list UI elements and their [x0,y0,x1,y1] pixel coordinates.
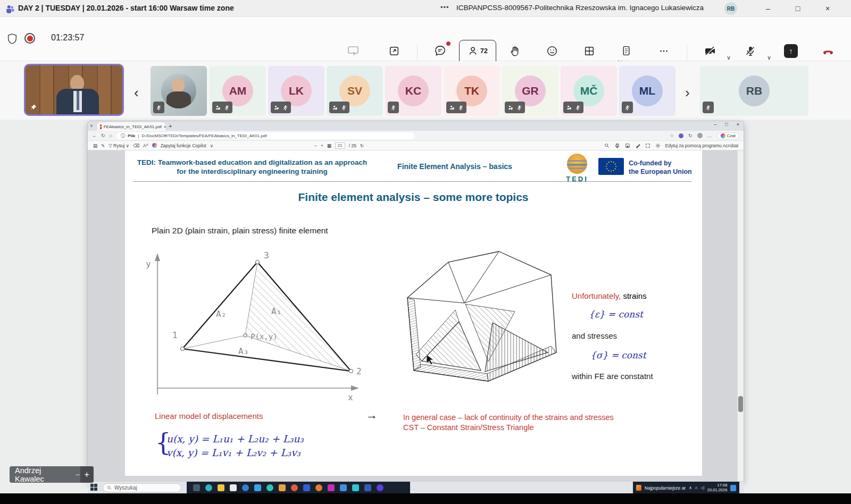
copilot-ask-button[interactable]: Zapytaj funkcje Copilot ∨ [152,143,213,148]
rotate-icon[interactable]: ↻ [360,143,364,148]
taskbar-app-icon[interactable] [230,484,237,491]
taskbar-app-icon[interactable] [254,484,261,491]
tray-expand-icon[interactable]: ∧ [689,485,692,490]
participant-tile[interactable]: ML [619,66,675,116]
browser-more-icon[interactable]: … [707,133,712,138]
participant-tile[interactable]: GR [502,66,558,116]
presenter-expand-icon[interactable]: + [80,466,94,483]
address-field[interactable]: ⓘ Plik | D:/DocMSOff/TEDI/Templates/FEA/… [116,132,414,139]
taskbar-app-icon[interactable] [328,484,335,491]
tab-search-chevron-icon[interactable]: ∨ [90,123,93,128]
eu-cofunded-text: Co-funded by the European Union [629,159,692,176]
text-size-icon[interactable]: A^ [143,143,148,148]
taskbar-app-icon[interactable] [218,484,224,491]
profile-avatar-icon[interactable] [697,133,703,138]
taskbar-app-icon[interactable] [205,484,212,491]
zoom-in-icon[interactable]: + [321,143,323,148]
participant-photo-tile[interactable] [151,66,207,116]
sidebar-panes-icon[interactable]: ▤ [93,143,97,148]
minimize-button[interactable]: – [756,0,780,16]
fit-page-icon[interactable]: ▦ [327,143,331,148]
participant-tile[interactable]: MČ [561,66,617,116]
notification-center-icon[interactable] [730,485,736,491]
take-control-icon [347,45,360,57]
people-count: 72 [480,47,488,55]
edit-acrobat-button[interactable]: Edytuj za pomocą programu Acrobat [665,143,739,148]
pdf-scrollbar[interactable] [737,150,744,481]
strip-scroll-right-icon[interactable]: › [685,85,690,101]
close-button[interactable]: × [816,0,839,16]
new-tab-button[interactable]: + [169,123,172,129]
participant-tile[interactable]: KC [385,66,441,116]
back-icon[interactable]: ← [92,133,97,138]
search-icon[interactable] [604,143,610,148]
browser-close-icon[interactable]: × [737,122,739,127]
draw-highlight-icon[interactable] [635,143,640,148]
taskbar-app-icon[interactable] [364,484,371,491]
extension-icon[interactable] [679,133,683,138]
chat-notification-dot [446,41,450,46]
home-icon[interactable]: ⌂ [110,133,112,138]
muted-mic-icon [282,105,288,111]
print-icon[interactable] [614,143,620,148]
page-total: / 25 [349,143,356,148]
participant-tile[interactable]: SV [327,66,383,116]
taskbar-app-icon[interactable] [242,484,249,491]
taskbar-clock[interactable]: 17:08 20.01.2026 [707,483,728,492]
maximize-button[interactable]: □ [786,0,810,16]
people-icon [468,45,479,57]
start-button[interactable] [90,484,98,492]
taskbar-app-icon[interactable] [291,484,298,491]
save-icon[interactable] [625,143,630,148]
tray-volume-icon[interactable]: ◁ [701,485,704,490]
equation-v: v(x, y) = L₁v₁ + L₂v₂ + L₃v₃ [166,446,304,460]
taskbar-app-icon[interactable] [279,484,286,491]
page-info-icon[interactable]: ⓘ [121,133,125,139]
title-more-icon[interactable]: ••• [440,3,449,11]
favorites-star-icon[interactable]: ☆ [670,133,674,138]
participant-tile[interactable]: AM [210,66,266,116]
taskbar-app-icon[interactable] [266,484,273,491]
eu-flag-icon [598,158,624,175]
page-number-field[interactable]: 21 [335,142,345,149]
zoom-out-icon[interactable]: − [314,143,317,148]
fullscreen-icon[interactable] [645,143,650,148]
pdf-scrollbar-thumb[interactable] [738,396,743,412]
presenter-minimize-icon[interactable]: − [76,470,80,479]
browser-minimize-icon[interactable]: – [714,122,716,127]
settings-gear-icon[interactable] [655,143,661,148]
taskbar-app-icon[interactable] [303,484,310,491]
pinned-video-tile[interactable] [24,64,124,116]
participant-tile[interactable]: RB [700,66,808,116]
avatar[interactable]: RB [724,2,737,15]
participant-tile[interactable]: TK [444,66,500,116]
taskbar-app-icon[interactable] [377,484,383,491]
copilot-chat-button[interactable]: Czat [717,132,739,139]
news-widget-text[interactable]: Najpopularniejsze art... [645,485,686,491]
participant-tile[interactable]: LK [268,66,324,116]
news-widget-icon[interactable] [636,485,641,491]
taskbar-app-icon[interactable] [340,484,347,491]
highlighter-icon[interactable]: ✎ [101,143,105,148]
refresh2-icon[interactable]: ↻ [688,133,693,138]
muted-mic-icon [624,105,630,111]
area-1-label: A₁ [271,306,281,316]
taskbar-app-icon[interactable] [315,484,322,491]
taskbar-app-icon[interactable] [193,484,200,491]
strip-scroll-left-icon[interactable]: ‹ [134,85,139,101]
muted-mic-icon [224,105,230,111]
letterbox-bar [0,493,851,504]
refresh-icon[interactable]: ↻ [101,133,105,138]
mic-off-icon [745,45,756,57]
tab-close-icon[interactable]: × [164,124,166,129]
browser-address-bar: ← ↻ ⌂ ⓘ Plik | D:/DocMSOff/TEDI/Template… [88,131,744,141]
taskbar-app-icon[interactable] [352,484,359,491]
taskbar-search[interactable]: Wyszukaj [103,483,181,492]
camera-off-icon [704,45,716,57]
draw-tool[interactable]: ▽ Rysuj ∨ [109,143,129,148]
browser-tab[interactable]: P FEAbasics_in_TEDI_AK01.pdf × [97,122,165,131]
eraser-icon[interactable]: ⌫ [133,143,139,148]
tray-network-icon[interactable]: ⌂ [695,485,698,490]
title-bar: DAY 2 | TUESDAY | 20.01.2026 - start 16:… [0,0,851,17]
browser-restore-icon[interactable]: □ [725,122,728,127]
